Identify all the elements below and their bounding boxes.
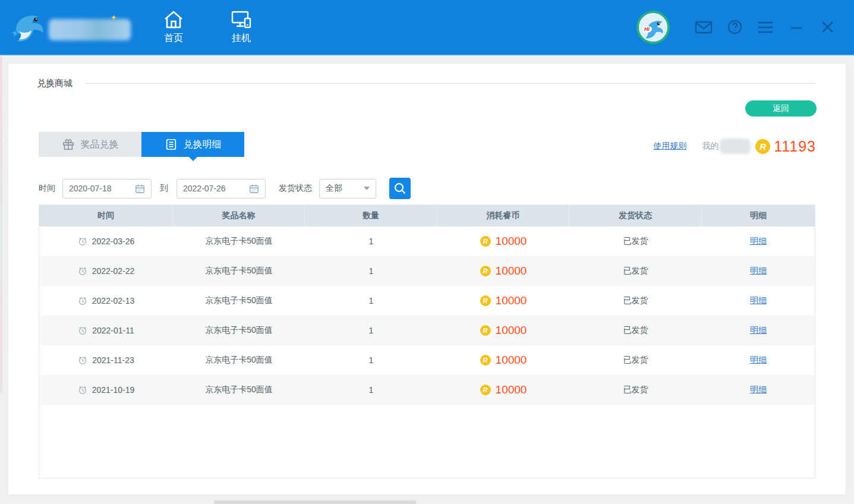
row-status: 已发货: [569, 325, 702, 336]
list-icon: [165, 138, 178, 151]
to-label: 到: [160, 183, 168, 194]
date-from-input[interactable]: 2020-07-18: [62, 179, 152, 199]
clock-icon: [78, 266, 87, 276]
row-prize: 京东电子卡50面值: [173, 325, 305, 336]
app-logo: ✦: [10, 10, 146, 45]
tab-exchange-details[interactable]: 兑换明细: [141, 132, 244, 157]
close-icon[interactable]: [818, 18, 836, 36]
titlebar-right: Hi: [636, 11, 836, 44]
menu-icon[interactable]: [757, 18, 774, 36]
nav-home[interactable]: 首页: [155, 10, 193, 45]
row-coins: 10000: [496, 324, 527, 337]
table-row: 2021-10-19 京东电子卡50面值 1 R 10000 已发货 明细: [39, 375, 815, 405]
coin-icon: R: [480, 295, 491, 306]
row-quantity: 1: [305, 355, 437, 365]
cell-coins: R 10000: [437, 235, 569, 248]
chevron-down-icon: [364, 187, 370, 190]
cell-time: 2021-11-23: [39, 355, 173, 365]
header-coins-spent: 消耗睿币: [437, 205, 569, 226]
row-coins: 10000: [496, 354, 527, 367]
minimize-icon[interactable]: [787, 18, 805, 36]
cell-detail: 明细: [702, 236, 815, 247]
row-status: 已发货: [569, 236, 702, 247]
window-controls: [695, 18, 836, 36]
avatar-dolphin-icon: Hi: [639, 13, 667, 42]
cell-coins: R 10000: [437, 264, 569, 278]
gift-icon: [62, 138, 75, 151]
clock-icon: [78, 385, 87, 395]
row-status: 已发货: [569, 385, 702, 395]
background-window-sliver: [0, 56, 2, 392]
main-nav: 首页 挂机: [155, 10, 260, 45]
row-detail-link[interactable]: 明细: [750, 295, 767, 306]
date-from-value: 2020-07-18: [69, 184, 135, 193]
usage-rules-link[interactable]: 使用规则: [653, 141, 686, 152]
coin-icon: R: [480, 325, 491, 336]
clock-icon: [78, 237, 87, 246]
cell-coins: R 10000: [437, 324, 569, 337]
table-row: 2022-01-11 京东电子卡50面值 1 R 10000 已发货 明细: [39, 316, 815, 345]
table-header: 时间 奖品名称 数量 消耗睿币 发货状态 明细: [39, 205, 815, 226]
row-quantity: 1: [305, 385, 437, 395]
table-body: 2022-03-26 京东电子卡50面值 1 R 10000 已发货 明细 20…: [39, 226, 815, 405]
cell-detail: 明细: [702, 385, 815, 395]
search-button[interactable]: [389, 178, 411, 199]
row-detail-link[interactable]: 明细: [750, 325, 767, 336]
table-row: 2022-02-13 京东电子卡50面值 1 R 10000 已发货 明细: [39, 286, 815, 316]
filter-bar: 时间 2020-07-18 到 2022-07-26 发货状态 全部: [39, 178, 411, 199]
row-quantity: 1: [305, 296, 437, 305]
cell-detail: 明细: [702, 266, 815, 276]
home-icon: [163, 10, 184, 30]
taskbar-sliver: [214, 500, 416, 504]
cell-time: 2021-10-19: [39, 385, 173, 395]
row-detail-link[interactable]: 明细: [750, 266, 767, 276]
nav-home-label: 首页: [164, 32, 183, 45]
row-date: 2022-02-22: [92, 266, 135, 276]
nav-hangup[interactable]: 挂机: [222, 10, 260, 45]
search-icon: [393, 182, 406, 195]
cell-detail: 明细: [702, 355, 815, 366]
avatar[interactable]: Hi: [636, 11, 670, 44]
tab-prize-exchange[interactable]: 奖品兑换: [39, 132, 141, 157]
exchange-details-table: 时间 奖品名称 数量 消耗睿币 发货状态 明细 2022-03-26 京东电子卡…: [39, 204, 815, 478]
cell-coins: R 10000: [437, 294, 569, 307]
coin-icon: R: [480, 385, 491, 395]
clock-icon: [78, 355, 87, 365]
table-row: 2022-03-26 京东电子卡50面值 1 R 10000 已发货 明细: [39, 226, 815, 256]
help-icon[interactable]: [726, 18, 743, 36]
row-quantity: 1: [305, 237, 437, 246]
row-coins: 10000: [496, 264, 527, 278]
row-quantity: 1: [305, 326, 437, 335]
coin-icon: R: [480, 236, 491, 247]
row-date: 2021-11-23: [92, 355, 134, 365]
sparkle-icon: ✦: [111, 13, 117, 22]
nav-hangup-label: 挂机: [232, 32, 251, 45]
clock-icon: [78, 296, 87, 305]
balance-row: 使用规则 我的 R 11193: [653, 136, 816, 156]
row-detail-link[interactable]: 明细: [750, 385, 767, 395]
coin-icon: R: [755, 139, 770, 154]
header-prize-name: 奖品名称: [173, 205, 305, 226]
exchange-mall-panel: 兑换商城 返回 奖品兑换 兑换明细 使用规则 我的 R 11193: [8, 64, 846, 494]
cell-time: 2022-02-22: [39, 266, 173, 276]
row-detail-link[interactable]: 明细: [750, 236, 767, 247]
tab-bar: 奖品兑换 兑换明细: [39, 132, 244, 157]
status-select-value: 全部: [326, 183, 364, 194]
row-prize: 京东电子卡50面值: [173, 385, 305, 395]
status-select[interactable]: 全部: [319, 179, 376, 199]
app-name-blurred: [49, 19, 131, 40]
back-button[interactable]: 返回: [745, 100, 817, 116]
cell-detail: 明细: [702, 295, 815, 306]
mail-icon[interactable]: [695, 18, 713, 36]
row-date: 2022-02-13: [92, 296, 135, 305]
row-quantity: 1: [305, 266, 437, 276]
date-to-input[interactable]: 2022-07-26: [177, 179, 266, 199]
row-coins: 10000: [496, 383, 527, 396]
row-date: 2021-10-19: [92, 385, 135, 395]
tab-exchange-details-label: 兑换明细: [184, 138, 222, 151]
row-coins: 10000: [496, 294, 527, 307]
row-date: 2022-03-26: [92, 237, 135, 246]
row-date: 2022-01-11: [92, 326, 134, 335]
row-detail-link[interactable]: 明细: [750, 355, 767, 366]
row-coins: 10000: [496, 235, 527, 248]
